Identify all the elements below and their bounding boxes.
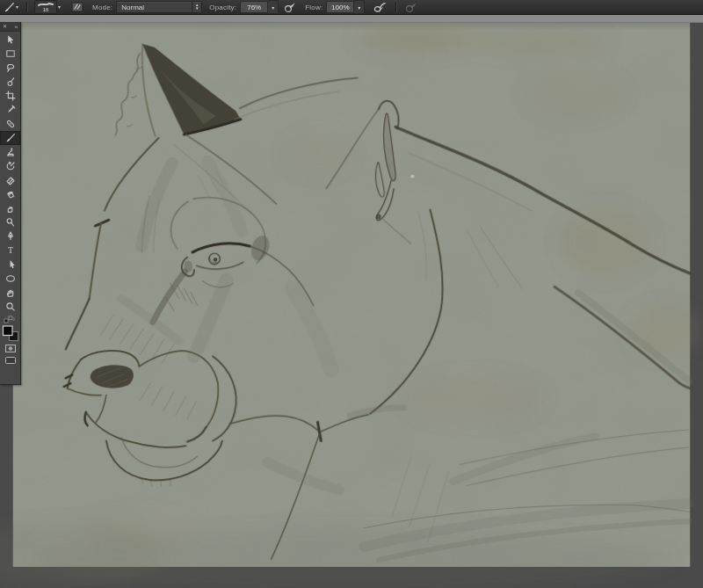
tool-quick-selection[interactable] <box>0 75 20 89</box>
tool-path-selection[interactable] <box>0 258 20 272</box>
tool-eraser[interactable] <box>0 173 20 187</box>
brush-preset-picker[interactable]: 16 ▾ <box>34 0 61 14</box>
path-selection-tool-icon <box>5 259 16 270</box>
tool-history-brush[interactable] <box>0 159 20 173</box>
brush-panel-icon <box>71 2 83 12</box>
eyedropper-tool-icon <box>5 105 16 115</box>
tool-lasso[interactable] <box>0 61 20 75</box>
tool-list: T <box>0 33 20 314</box>
brush-size-value: 16 <box>43 7 49 12</box>
screen-mode-icon[interactable] <box>4 355 18 366</box>
tools-panel: ✕ » <box>0 22 21 385</box>
mode-label: Mode: <box>92 4 112 11</box>
tool-crop[interactable] <box>0 89 20 103</box>
canvas-artwork[interactable] <box>0 22 703 588</box>
tool-zoom[interactable] <box>0 300 20 314</box>
tool-hand[interactable] <box>0 286 20 300</box>
shape-tool-icon <box>5 273 16 284</box>
eraser-tool-icon <box>5 175 16 185</box>
tool-ellipse-shape[interactable] <box>0 272 20 286</box>
tool-spot-healing-brush[interactable] <box>0 117 20 131</box>
tools-panel-header: ✕ » <box>0 22 20 32</box>
airbrush-toggle[interactable] <box>372 1 389 13</box>
tool-move[interactable] <box>0 33 20 47</box>
zoom-tool-icon <box>5 301 16 312</box>
pressure-size-toggle[interactable] <box>403 1 419 13</box>
opacity-value-field[interactable]: 76% <box>240 1 268 13</box>
move-tool-icon <box>5 34 16 45</box>
quick-mask-icon[interactable] <box>4 344 18 353</box>
lasso-tool-icon <box>5 62 16 73</box>
panel-close-icon[interactable]: ✕ <box>3 24 7 29</box>
brush-tool-icon <box>4 2 15 13</box>
crop-tool-icon <box>5 91 16 101</box>
separator <box>26 2 28 12</box>
panel-collapse-icon[interactable]: » <box>15 24 18 29</box>
marquee-tool-icon <box>5 48 16 59</box>
history-brush-tool-icon <box>5 161 16 171</box>
tool-pen[interactable] <box>0 229 20 243</box>
separator <box>395 2 397 12</box>
flow-dropdown-button[interactable]: ▾ <box>354 0 365 14</box>
brush-preset-thumbnail: 16 <box>34 0 57 14</box>
tool-eyedropper[interactable] <box>0 103 20 117</box>
brush-preset-caret-icon: ▾ <box>58 4 61 10</box>
foreground-background-swatches[interactable] <box>2 325 19 342</box>
opacity-dropdown-button[interactable]: ▾ <box>268 0 279 14</box>
color-controls <box>0 316 20 366</box>
pen-pressure-size-icon <box>405 2 417 13</box>
flow-label: Flow: <box>305 4 323 11</box>
clone-stamp-tool-icon <box>5 147 16 157</box>
airbrush-icon <box>373 2 388 13</box>
tool-smudge[interactable] <box>0 201 20 215</box>
opacity-value: 76% <box>247 4 261 11</box>
hand-tool-icon <box>5 287 16 298</box>
mode-value: Normal <box>117 4 192 11</box>
dodge-tool-icon <box>5 217 16 228</box>
tool-clone-stamp[interactable] <box>0 145 20 159</box>
pressure-opacity-toggle[interactable] <box>282 1 298 13</box>
tool-gradient[interactable] <box>0 187 20 201</box>
pasteboard <box>0 14 703 23</box>
tool-brush[interactable] <box>0 131 20 145</box>
smudge-tool-icon <box>5 203 16 214</box>
photoshop-window: ▾ 16 ▾ Mode: Normal ▲▼ Opacity: <box>0 0 703 588</box>
pen-tool-icon <box>5 231 16 242</box>
flow-value-field[interactable]: 100% <box>326 1 354 13</box>
quick-selection-tool-icon <box>5 76 16 87</box>
mode-stepper-icon: ▲▼ <box>192 2 201 12</box>
mode-select[interactable]: Normal ▲▼ <box>116 1 202 13</box>
opacity-label: Opacity: <box>209 4 236 11</box>
toggle-brush-panel-button[interactable] <box>69 1 85 13</box>
swap-colors-icon[interactable] <box>4 316 17 323</box>
flow-value: 100% <box>331 4 349 11</box>
active-tool-button[interactable]: ▾ <box>2 1 20 13</box>
healing-brush-tool-icon <box>5 119 16 129</box>
gradient-tool-icon <box>5 189 16 200</box>
tool-type[interactable]: T <box>0 243 20 258</box>
pen-pressure-opacity-icon <box>284 2 296 13</box>
options-bar: ▾ 16 ▾ Mode: Normal ▲▼ Opacity: <box>0 0 703 15</box>
tool-preset-caret-icon: ▾ <box>16 4 18 10</box>
type-tool-icon: T <box>5 245 16 256</box>
brush-tool-icon <box>5 133 16 143</box>
tool-rectangular-marquee[interactable] <box>0 47 20 61</box>
dust-speck <box>410 175 414 178</box>
svg-text:T: T <box>7 245 12 255</box>
tool-dodge[interactable] <box>0 215 20 229</box>
